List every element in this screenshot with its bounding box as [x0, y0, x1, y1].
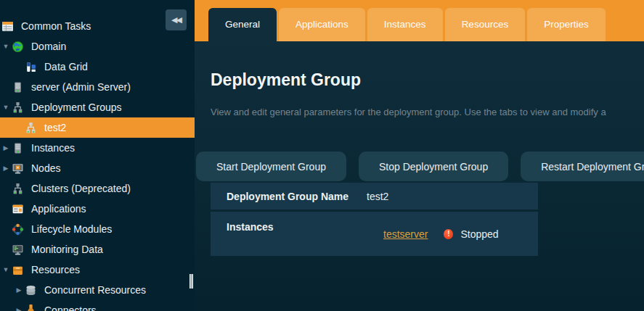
- tab-label: General: [225, 19, 260, 30]
- tab-resources[interactable]: Resources: [445, 8, 526, 41]
- sidebar-item-label: Domain: [31, 41, 66, 52]
- navigation-sidebar: Common Tasks ▼ Domain Data Grid server (…: [0, 0, 195, 311]
- domain-globe-icon: [12, 41, 24, 53]
- sidebar-item-label: Instances: [31, 142, 75, 154]
- table-row: Deployment Group Name test2: [211, 183, 538, 210]
- sidebar-item-label: Deployment Groups: [31, 101, 122, 113]
- deployment-group-cluster-icon: [25, 122, 37, 134]
- page-title: Deployment Group: [211, 70, 644, 90]
- sidebar-item-label: Connectors: [44, 304, 97, 311]
- navigation-tree: Common Tasks ▼ Domain Data Grid server (…: [0, 16, 195, 311]
- server-icon: [12, 81, 24, 94]
- sidebar-item-label: Common Tasks: [21, 20, 91, 32]
- tab-label: Instances: [384, 19, 426, 30]
- instance-status-text: Stopped: [460, 228, 498, 240]
- deployment-group-name-label: Deployment Group Name: [211, 191, 367, 202]
- sidebar-item-label: Lifecycle Modules: [31, 223, 112, 235]
- concurrent-resources-database-icon: [25, 284, 37, 297]
- tab-label: Properties: [544, 19, 589, 30]
- sidebar-item-clusters[interactable]: Clusters (Deprecated): [0, 178, 195, 199]
- lifecycle-modules-icon: [12, 223, 24, 236]
- sidebar-item-label: Monitoring Data: [31, 244, 103, 255]
- sidebar-item-label: Resources: [31, 264, 80, 275]
- sidebar-item-resources[interactable]: ▼ Resources: [0, 260, 195, 280]
- collapse-arrows-icon: ◀◀: [171, 15, 181, 25]
- tree-expand-icon[interactable]: ▶: [0, 165, 12, 172]
- sidebar-item-monitoring-data[interactable]: Monitoring Data: [0, 239, 195, 260]
- content-area: Deployment Group View and edit general p…: [195, 41, 644, 311]
- sidebar-scrollbar-thumb[interactable]: [189, 274, 193, 289]
- sidebar-item-connectors[interactable]: ▶ Connectors: [0, 300, 195, 311]
- sidebar-item-label: Concurrent Resources: [44, 284, 146, 296]
- sidebar-item-nodes[interactable]: ▶ Nodes: [0, 158, 195, 178]
- tab-instances[interactable]: Instances: [367, 8, 443, 41]
- stop-deployment-group-button[interactable]: Stop Deployment Group: [359, 152, 508, 181]
- sidebar-item-label: test2: [44, 122, 66, 133]
- sidebar-item-instances[interactable]: ▶ Instances: [0, 138, 195, 158]
- start-deployment-group-button[interactable]: Start Deployment Group: [196, 152, 346, 181]
- instances-label: Instances: [211, 212, 367, 233]
- sidebar-item-label: Clusters (Deprecated): [31, 183, 131, 194]
- sidebar-item-applications[interactable]: Applications: [0, 199, 195, 219]
- testserver-link[interactable]: testserver: [383, 228, 428, 240]
- sidebar-item-label: server (Admin Server): [31, 81, 131, 93]
- tab-label: Resources: [462, 19, 509, 30]
- page-description: View and edit general parameters for the…: [211, 107, 643, 117]
- connectors-icon: [25, 304, 37, 311]
- deployment-groups-cluster-icon: [12, 101, 24, 114]
- tree-expand-icon[interactable]: ▶: [13, 286, 25, 294]
- sidebar-item-label: Nodes: [31, 162, 60, 174]
- deployment-group-info-table: Deployment Group Name test2 Instances te…: [211, 183, 538, 258]
- instance-status-line: testserver ! Stopped: [383, 212, 499, 240]
- tab-label: Applications: [295, 19, 349, 30]
- tree-expand-icon[interactable]: ▼: [0, 43, 12, 50]
- sidebar-item-label: Applications: [31, 203, 86, 215]
- admin-console: Common Tasks ▼ Domain Data Grid server (…: [0, 0, 644, 311]
- sidebar-item-data-grid[interactable]: Data Grid: [0, 57, 195, 77]
- sidebar-collapse-button[interactable]: ◀◀: [166, 9, 187, 30]
- sidebar-item-concurrent-resources[interactable]: ▶ Concurrent Resources: [0, 280, 195, 300]
- tree-expand-icon[interactable]: ▶: [13, 307, 25, 311]
- tab-applications[interactable]: Applications: [279, 8, 365, 41]
- sidebar-item-deployment-groups[interactable]: ▼ Deployment Groups: [0, 97, 195, 117]
- tab-strip: General Applications Instances Resources…: [208, 8, 608, 41]
- tab-properties[interactable]: Properties: [527, 8, 606, 41]
- sidebar-item-label: Data Grid: [44, 61, 88, 72]
- restart-deployment-group-button[interactable]: Restart Deployment Group: [521, 152, 644, 181]
- main-panel: General Applications Instances Resources…: [195, 0, 644, 311]
- clusters-icon: [12, 183, 24, 195]
- tab-bar: General Applications Instances Resources…: [195, 0, 644, 41]
- tab-general[interactable]: General: [208, 8, 277, 41]
- applications-icon: [12, 203, 24, 215]
- sidebar-item-lifecycle-modules[interactable]: Lifecycle Modules: [0, 219, 195, 239]
- stopped-status-icon: !: [444, 229, 453, 239]
- nodes-monitor-icon: [12, 162, 24, 175]
- tree-expand-icon[interactable]: ▶: [0, 144, 12, 152]
- table-row: Instances testserver ! Stopped: [211, 212, 538, 256]
- tree-expand-icon[interactable]: ▼: [0, 104, 12, 111]
- tree-expand-icon[interactable]: ▼: [0, 266, 12, 273]
- data-grid-icon: [25, 61, 37, 73]
- sidebar-item-domain[interactable]: ▼ Domain: [0, 36, 195, 57]
- sidebar-item-test2[interactable]: test2: [0, 117, 195, 138]
- action-button-row: Start Deployment Group Stop Deployment G…: [196, 152, 644, 181]
- sidebar-item-server[interactable]: server (Admin Server): [0, 77, 195, 97]
- deployment-group-name-value: test2: [367, 191, 388, 202]
- instances-server-icon: [12, 142, 24, 154]
- common-tasks-icon: [1, 20, 14, 33]
- resources-box-icon: [12, 264, 24, 276]
- monitoring-data-icon: [12, 244, 24, 256]
